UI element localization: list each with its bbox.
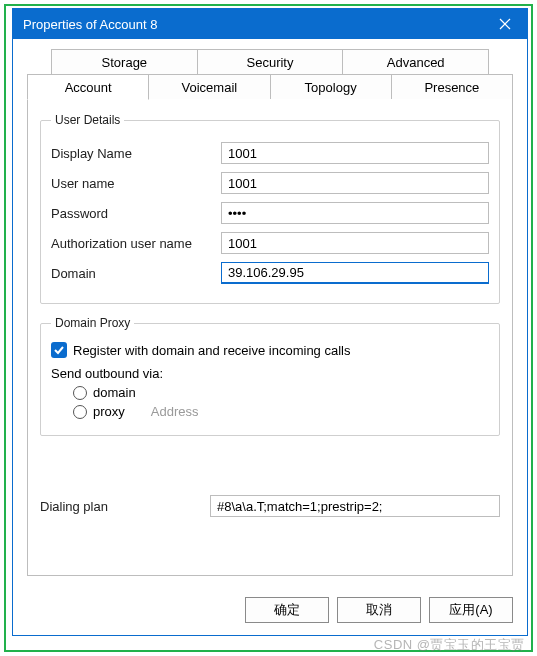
properties-dialog: Properties of Account 8 Storage Security… bbox=[12, 8, 528, 636]
close-icon bbox=[499, 18, 511, 30]
user-name-label: User name bbox=[51, 176, 221, 191]
register-label: Register with domain and receive incomin… bbox=[73, 343, 350, 358]
send-via-label: Send outbound via: bbox=[51, 366, 489, 381]
tab-presence[interactable]: Presence bbox=[391, 74, 513, 99]
apply-button[interactable]: 应用(A) bbox=[429, 597, 513, 623]
display-name-label: Display Name bbox=[51, 146, 221, 161]
titlebar: Properties of Account 8 bbox=[13, 9, 527, 39]
radio-domain-label: domain bbox=[93, 385, 136, 400]
user-details-group: User Details Display Name User name Pass… bbox=[40, 113, 500, 304]
display-name-input[interactable] bbox=[221, 142, 489, 164]
user-name-input[interactable] bbox=[221, 172, 489, 194]
tab-topology[interactable]: Topology bbox=[270, 74, 392, 99]
cancel-button[interactable]: 取消 bbox=[337, 597, 421, 623]
register-checkbox[interactable] bbox=[51, 342, 67, 358]
password-label: Password bbox=[51, 206, 221, 221]
radio-domain[interactable] bbox=[73, 386, 87, 400]
domain-proxy-legend: Domain Proxy bbox=[51, 316, 134, 330]
ok-button[interactable]: 确定 bbox=[245, 597, 329, 623]
tab-advanced[interactable]: Advanced bbox=[342, 49, 489, 74]
tab-account[interactable]: Account bbox=[27, 74, 149, 100]
dialing-plan-label: Dialing plan bbox=[40, 499, 210, 514]
auth-user-label: Authorization user name bbox=[51, 236, 221, 251]
dialing-plan-input[interactable] bbox=[210, 495, 500, 517]
tab-body-account: User Details Display Name User name Pass… bbox=[27, 98, 513, 576]
tab-voicemail[interactable]: Voicemail bbox=[148, 74, 270, 99]
tab-strip: Storage Security Advanced Account Voicem… bbox=[27, 49, 513, 576]
proxy-address-placeholder: Address bbox=[151, 404, 199, 419]
user-details-legend: User Details bbox=[51, 113, 124, 127]
watermark: CSDN @贾宝玉的王宝贾 bbox=[374, 636, 525, 654]
auth-user-input[interactable] bbox=[221, 232, 489, 254]
dialog-footer: 确定 取消 应用(A) bbox=[13, 587, 527, 635]
check-icon bbox=[53, 344, 65, 356]
domain-label: Domain bbox=[51, 266, 221, 281]
domain-input[interactable] bbox=[221, 262, 489, 284]
window-title: Properties of Account 8 bbox=[23, 17, 483, 32]
domain-proxy-group: Domain Proxy Register with domain and re… bbox=[40, 316, 500, 436]
tab-storage[interactable]: Storage bbox=[51, 49, 198, 74]
tab-security[interactable]: Security bbox=[197, 49, 344, 74]
close-button[interactable] bbox=[483, 9, 527, 39]
password-input[interactable] bbox=[221, 202, 489, 224]
radio-proxy[interactable] bbox=[73, 405, 87, 419]
radio-proxy-label: proxy bbox=[93, 404, 125, 419]
